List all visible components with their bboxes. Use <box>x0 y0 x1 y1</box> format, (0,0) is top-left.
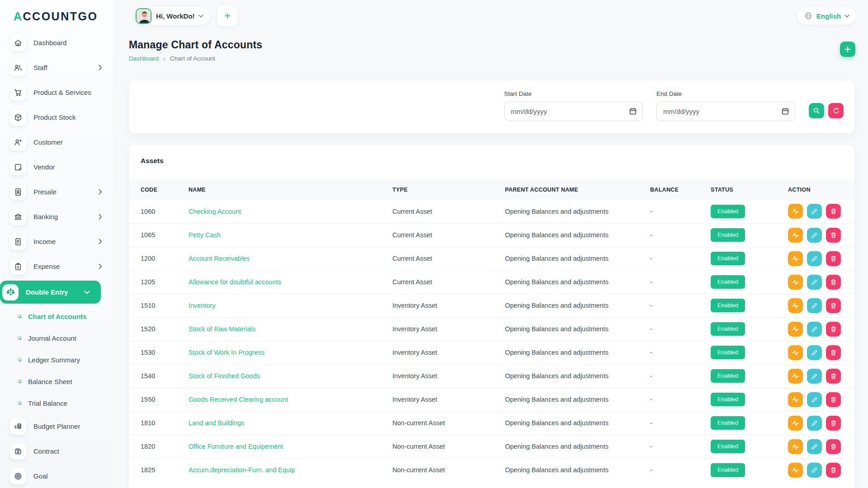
account-name-link[interactable]: Inventory <box>189 302 216 309</box>
account-name-link[interactable]: Stock of Raw Materials <box>189 325 255 333</box>
delete-button[interactable] <box>826 392 841 407</box>
sidebar-item-vendor[interactable]: Vendor <box>0 155 113 179</box>
chevron-right-icon <box>99 214 102 220</box>
delete-button[interactable] <box>826 275 841 290</box>
account-name-link[interactable]: Petty Cash <box>189 231 221 239</box>
row-actions <box>788 463 851 478</box>
sidebar-item-staff[interactable]: Staff <box>0 55 113 80</box>
account-name-link[interactable]: Office Furniture and Equipement <box>189 443 283 450</box>
reset-button[interactable] <box>828 103 844 118</box>
sidebar-subitem-trial-balance[interactable]: Trial Balance <box>0 392 113 414</box>
bullet-icon <box>17 379 22 384</box>
account-name-link[interactable]: Stock of Finished Goods <box>189 372 260 380</box>
start-date-input[interactable] <box>504 102 643 121</box>
sidebar-item-double-entry[interactable]: Double Entry <box>0 281 101 304</box>
app-logo[interactable]: ACCOUNTGO <box>0 0 113 23</box>
table-row: 1540 Stock of Finished Goods Inventory A… <box>129 364 854 388</box>
activity-button[interactable] <box>788 204 803 219</box>
account-name-link[interactable]: Accum.depreciation-Furn. and Equip <box>189 466 295 474</box>
cell-code: 1060 <box>129 200 189 223</box>
chevron-right-icon <box>99 239 102 244</box>
box-icon <box>10 109 26 126</box>
end-date-input[interactable] <box>656 102 795 121</box>
sidebar-item-product-stock[interactable]: Product Stock <box>0 105 113 130</box>
delete-button[interactable] <box>826 369 841 384</box>
row-actions <box>788 204 851 219</box>
sidebar-item-presale[interactable]: Presale <box>0 179 113 204</box>
breadcrumb-dashboard-link[interactable]: Dashboard <box>129 55 159 62</box>
sidebar-item-expense[interactable]: $ Expense <box>0 254 113 279</box>
delete-button[interactable] <box>826 345 841 360</box>
user-menu[interactable]: Hi, WorkDo! <box>133 6 210 25</box>
account-name-link[interactable]: Stock of Work In Progress <box>189 349 264 356</box>
sidebar-item-product-services[interactable]: Product & Services <box>0 80 113 105</box>
delete-button[interactable] <box>826 322 841 337</box>
search-button[interactable] <box>809 103 824 118</box>
edit-button[interactable] <box>807 228 822 243</box>
activity-button[interactable] <box>788 322 803 337</box>
account-name-link[interactable]: Allowance for doubtful accounts <box>189 278 281 286</box>
row-actions <box>788 369 851 384</box>
sidebar-item-income[interactable]: Income <box>0 229 113 254</box>
account-name-link[interactable]: Account Receivables <box>189 255 250 262</box>
cell-code: 1065 <box>129 223 189 247</box>
activity-button[interactable] <box>788 275 803 290</box>
cell-code: 1205 <box>129 270 189 294</box>
activity-button[interactable] <box>788 298 803 313</box>
delete-button[interactable] <box>826 463 841 478</box>
svg-text:$: $ <box>17 265 19 269</box>
delete-button[interactable] <box>826 298 841 313</box>
edit-button[interactable] <box>807 439 822 454</box>
delete-button[interactable] <box>826 204 841 219</box>
activity-button[interactable] <box>788 369 803 384</box>
edit-button[interactable] <box>807 322 822 337</box>
calendar-icon[interactable] <box>628 107 637 117</box>
delete-button[interactable] <box>826 439 841 454</box>
activity-button[interactable] <box>788 463 803 478</box>
delete-button[interactable] <box>826 228 841 243</box>
sidebar-subitem-chart-of-accounts[interactable]: Chart of Accounts <box>0 305 113 327</box>
column-header: CODE <box>129 179 189 200</box>
edit-button[interactable] <box>807 463 822 478</box>
row-actions <box>788 416 851 431</box>
account-name-link[interactable]: Land and Buildings <box>189 419 244 427</box>
activity-button[interactable] <box>788 251 803 266</box>
language-selector[interactable]: English <box>797 7 856 24</box>
calendar-icon[interactable] <box>781 107 790 117</box>
sidebar-item-contract[interactable]: Contract <box>0 439 113 464</box>
edit-button[interactable] <box>807 298 822 313</box>
edit-button[interactable] <box>807 275 822 290</box>
edit-button[interactable] <box>807 345 822 360</box>
sidebar-subitem-balance-sheet[interactable]: Balance Sheet <box>0 371 113 392</box>
cart-icon <box>10 84 26 101</box>
account-name-link[interactable]: Checking Account <box>189 208 241 215</box>
cell-balance: - <box>650 294 711 317</box>
sidebar-item-banking[interactable]: Banking <box>0 204 113 229</box>
sidebar-item-customer[interactable]: Customer <box>0 130 113 155</box>
sidebar-item-dashboard[interactable]: Dashboard <box>0 30 113 55</box>
account-name-link[interactable]: Goods Received Clearing account <box>189 396 288 403</box>
activity-button[interactable] <box>788 392 803 407</box>
floppy-icon <box>10 443 26 460</box>
edit-button[interactable] <box>807 251 822 266</box>
create-account-button[interactable] <box>840 42 855 57</box>
quick-add-button[interactable]: + <box>217 6 238 26</box>
activity-button[interactable] <box>788 416 803 431</box>
activity-button[interactable] <box>788 439 803 454</box>
sidebar-item-budget-planner[interactable]: $ Budget Planner <box>0 414 113 439</box>
edit-button[interactable] <box>807 369 822 384</box>
delete-button[interactable] <box>826 416 841 431</box>
sidebar-subitem-journal-account[interactable]: Journal Account <box>0 327 113 349</box>
status-badge: Enabled <box>711 463 745 477</box>
table-row: 1510 Inventory Inventory Asset Opening B… <box>129 294 854 317</box>
table-row: 1060 Checking Account Current Asset Open… <box>129 200 854 223</box>
edit-button[interactable] <box>807 416 822 431</box>
sidebar-item-goal[interactable]: Goal <box>0 464 113 488</box>
edit-button[interactable] <box>807 204 822 219</box>
edit-button[interactable] <box>807 392 822 407</box>
activity-button[interactable] <box>788 228 803 243</box>
sidebar-subitem-ledger-summary[interactable]: Ledger Summary <box>0 349 113 371</box>
activity-button[interactable] <box>788 345 803 360</box>
cell-balance: - <box>650 317 711 341</box>
delete-button[interactable] <box>826 251 841 266</box>
